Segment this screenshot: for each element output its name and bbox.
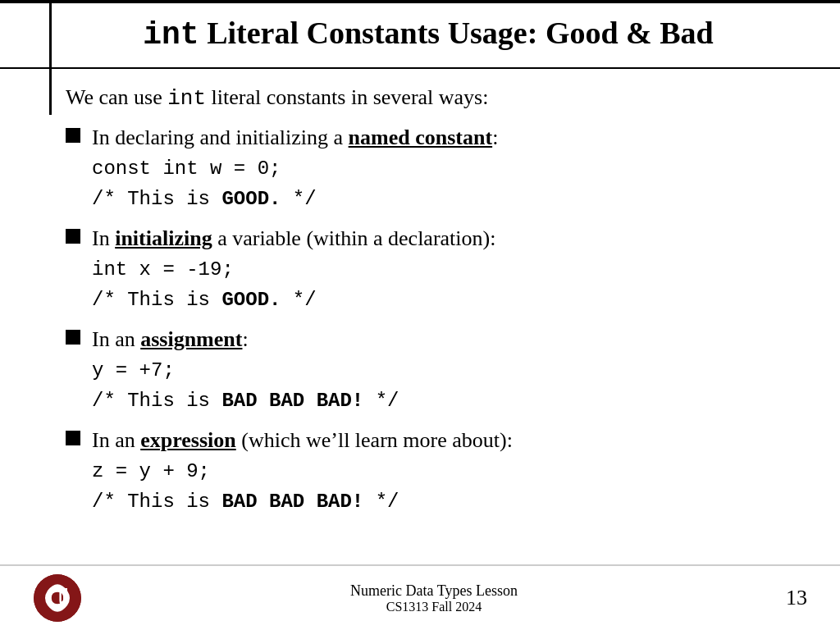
bullet-1-content: In declaring and initializing a named co…: [92, 124, 783, 213]
ou-logo: OU ⚡: [33, 573, 82, 623]
bullet-3-code1: y = +7;: [92, 357, 783, 385]
top-border: [0, 0, 840, 3]
bullet-1-text-after: :: [492, 126, 498, 149]
bullet-2-content: In initializing a variable (within a dec…: [92, 225, 783, 314]
bullet-2-code1: int x = -19;: [92, 256, 783, 284]
svg-point-4: [34, 574, 81, 622]
list-item: In an expression (which we’ll learn more…: [66, 427, 783, 516]
bullet-square-icon: [66, 128, 80, 143]
bullet-4-code2: /* This is BAD BAD BAD! */: [92, 488, 783, 516]
bullet-3-text-before: In an: [92, 327, 140, 351]
bullet-4-text-after: (which we’ll learn more about):: [236, 428, 513, 452]
bullet-1-keyword: named constant: [349, 126, 493, 149]
bullet-2-code2: /* This is GOOD. */: [92, 286, 783, 314]
intro-text-before: We can use: [66, 85, 167, 109]
footer-page-number: 13: [786, 586, 807, 610]
slide-content: We can use int literal constants in seve…: [0, 85, 840, 516]
bullet-square-icon: [66, 229, 80, 244]
bullet-2-text-after: a variable (within a declaration):: [212, 226, 496, 250]
bullet-list: In declaring and initializing a named co…: [66, 124, 783, 516]
intro-paragraph: We can use int literal constants in seve…: [66, 85, 783, 111]
footer-lesson-title: Numeric Data Types Lesson: [82, 582, 786, 600]
bullet-2-keyword: initializing: [115, 226, 212, 250]
bullet-1-text-before: In declaring and initializing a: [92, 126, 349, 149]
title-text: Literal Constants Usage: Good & Bad: [199, 16, 714, 50]
bullet-2-good-label: GOOD.: [221, 289, 281, 311]
intro-text-after: literal constants in several ways:: [206, 85, 488, 109]
bullet-square-icon: [66, 330, 80, 345]
bullet-1-code2: /* This is GOOD. */: [92, 185, 783, 213]
bullet-4-code1: z = y + 9;: [92, 458, 783, 486]
bullet-4-keyword: expression: [140, 428, 236, 452]
slide-footer: OU ⚡ Numeric Data Types Lesson CS1313 Fa…: [0, 564, 840, 630]
footer-course-info: CS1313 Fall 2024: [82, 600, 786, 614]
list-item: In an assignment: y = +7; /* This is BAD…: [66, 326, 783, 415]
title-code-word: int: [143, 17, 199, 52]
list-item: In declaring and initializing a named co…: [66, 124, 783, 213]
slide-header: int Literal Constants Usage: Good & Bad: [0, 0, 840, 69]
bullet-4-bad-label: BAD BAD BAD!: [221, 491, 363, 513]
bullet-3-bad-label: BAD BAD BAD!: [221, 390, 363, 412]
slide-title: int Literal Constants Usage: Good & Bad: [66, 15, 791, 52]
bullet-3-content: In an assignment: y = +7; /* This is BAD…: [92, 326, 783, 415]
list-item: In initializing a variable (within a dec…: [66, 225, 783, 314]
bullet-3-keyword: assignment: [140, 327, 242, 351]
bullet-3-text-after: :: [242, 327, 248, 351]
bullet-4-text-before: In an: [92, 428, 140, 452]
bullet-3-code2: /* This is BAD BAD BAD! */: [92, 387, 783, 415]
bullet-2-text-before: In: [92, 226, 115, 250]
bullet-4-content: In an expression (which we’ll learn more…: [92, 427, 783, 516]
bullet-square-icon: [66, 431, 80, 445]
bullet-1-good-label: GOOD.: [221, 188, 281, 210]
intro-code: int: [167, 86, 206, 111]
footer-center: Numeric Data Types Lesson CS1313 Fall 20…: [82, 582, 786, 614]
left-border: [49, 0, 52, 115]
bullet-1-code1: const int w = 0;: [92, 155, 783, 183]
